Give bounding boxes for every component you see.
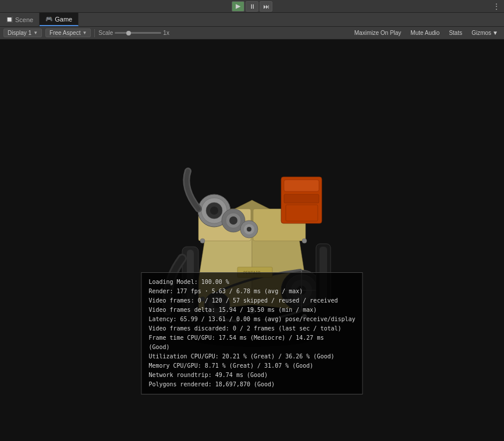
tab-bar: 🔲 Scene 🎮 Game [0,13,504,27]
tab-game-label: Game [55,16,72,23]
stat-line-3: Video frames: 0 / 120 / 57 skipped / reu… [148,296,355,305]
stat-line-5: Latency: 65.99 / 13.61 / 0.00 ms (avg) p… [148,315,355,324]
tab-game[interactable]: 🎮 Game [40,13,79,26]
pause-button[interactable]: ⏸ [246,1,258,12]
stat-line-10: Memory CPU/GPU: 8.71 % (Great) / 31.07 %… [148,361,355,371]
display-dropdown[interactable]: Display 1 ▼ [3,29,42,37]
svg-point-15 [229,216,237,225]
scale-label: Scale [98,30,113,36]
stat-line-6: Video frames discarded: 0 / 2 frames (la… [148,324,355,333]
tab-scene[interactable]: 🔲 Scene [0,13,40,26]
display-label: Display 1 [8,30,31,36]
display-group: Display 1 ▼ [3,29,42,37]
svg-rect-8 [286,205,318,221]
stat-line-12: Polygons rendered: 18,697,870 (Good) [148,380,355,389]
aspect-group: Free Aspect ▼ [45,29,91,37]
step-button[interactable]: ⏭ [260,1,272,12]
top-toolbar: ▶ ⏸ ⏭ ⋮ [0,0,504,13]
maximize-button[interactable]: Maximize On Play [352,29,404,37]
scale-slider[interactable] [115,32,161,34]
stat-line-1: Loading Model: 100.00 % [148,278,355,287]
divider-1 [94,29,95,37]
stat-line-4: Video frames delta: 15.94 / 19.50 ms (mi… [148,305,355,315]
game-icon: 🎮 [45,16,52,22]
gizmos-label: Gizmos [471,30,491,36]
gizmos-button[interactable]: Gizmos ▼ [469,29,501,37]
scene-icon: 🔲 [6,16,13,23]
display-arrow: ▼ [33,30,38,35]
stat-line-8: (Good) [148,343,355,352]
stats-overlay: Loading Model: 100.00 % Render: 177 fps … [141,272,363,394]
scale-value: 1x [163,30,169,36]
play-button[interactable]: ▶ [232,1,244,12]
svg-point-18 [247,227,251,232]
mute-button[interactable]: Mute Audio [408,29,442,37]
aspect-arrow: ▼ [82,30,87,35]
game-view: PENTAIR Loading Model: 100.00 % Render: … [0,40,504,441]
tab-scene-label: Scene [15,16,33,23]
stat-line-2: Render: 177 fps · 5.63 / 6.78 ms (avg / … [148,287,355,296]
scale-group: Scale 1x [98,30,169,36]
playbar: ▶ ⏸ ⏭ [232,1,272,12]
controls-bar: Display 1 ▼ Free Aspect ▼ Scale 1x Maxim… [0,27,504,40]
stat-line-11: Network roundtrip: 49.74 ms (Good) [148,371,355,380]
scale-thumb [126,31,131,35]
stat-line-9: Utilization CPU/GPU: 20.21 % (Great) / 3… [148,352,355,361]
svg-rect-7 [284,194,319,203]
play-icon: ▶ [236,2,240,10]
svg-point-12 [210,207,218,215]
step-icon: ⏭ [263,3,269,10]
aspect-dropdown[interactable]: Free Aspect ▼ [45,29,91,37]
svg-rect-6 [284,180,319,191]
more-menu-button[interactable]: ⋮ [492,2,501,11]
stat-line-7: Frame time CPU/GPU: 17.54 ms (Mediocre) … [148,333,355,343]
right-controls: Maximize On Play Mute Audio Stats Gizmos… [352,29,501,37]
gizmos-arrow: ▼ [492,30,498,36]
svg-point-33 [200,239,205,243]
aspect-label: Free Aspect [49,30,80,36]
stats-button[interactable]: Stats [446,29,464,37]
svg-point-34 [302,239,307,243]
pause-icon: ⏸ [249,3,255,10]
